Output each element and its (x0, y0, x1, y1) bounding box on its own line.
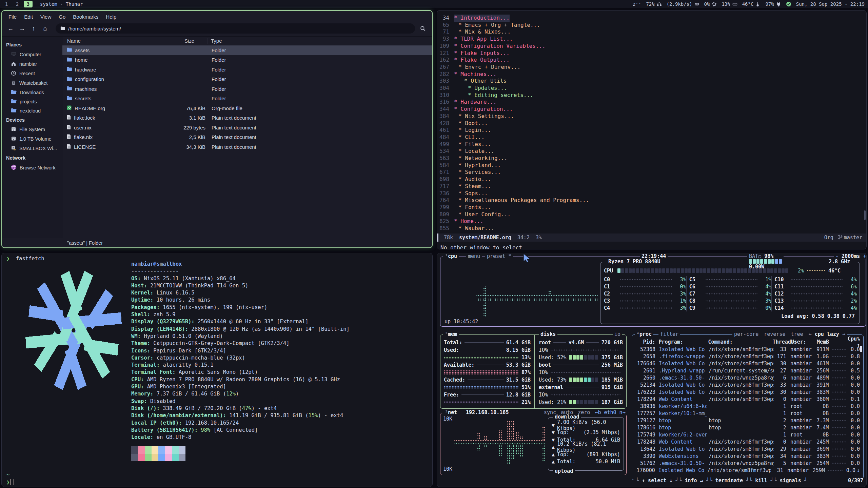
cpu-total-row: CPU2%46°C (604, 267, 856, 274)
shell-prompt-empty[interactable]: ~ ❯ (6, 471, 14, 486)
table-row[interactable]: flake.lock3,1 KiBPlain text document (62, 113, 432, 123)
process-row[interactable]: 178248Web Content/nix/store/sm8fmrf3wps4… (635, 438, 860, 445)
sidebar-item-nambiar[interactable]: nambiar (2, 59, 62, 69)
org-heading-line: 736* Sops... (437, 190, 866, 197)
process-row[interactable]: 2658.firefox-wrappe/nix/store/sm8fmrf3wp… (635, 353, 860, 360)
proc-options[interactable]: per-corereversetree← cpu lazy → (732, 331, 847, 337)
process-row[interactable]: 179127btopbtop2nambiar7.3M0.0 (635, 417, 860, 424)
emacs-scrollbar[interactable] (864, 210, 866, 220)
org-heading-line: 65* Emacs + Org + Tangle... (437, 22, 866, 29)
table-row[interactable]: user.nix229 bytesPlain text document (62, 123, 432, 133)
mem-tab[interactable]: ²mem (443, 331, 459, 337)
org-buffer[interactable]: 34* Introduction...65* Emacs + Org + Tan… (437, 15, 866, 232)
org-heading: * Waubar... (458, 225, 494, 232)
clock[interactable]: Sun, 28 Sep 2025 - 22:19 (796, 1, 865, 7)
sidebar-item-downloads[interactable]: Downloads (2, 88, 62, 97)
table-row[interactable]: assetsFolder (62, 45, 432, 55)
process-row[interactable]: 52134Isolated Web Co/nix/store/sm8fmrf3w… (635, 381, 860, 388)
menu-view[interactable]: View (37, 13, 54, 20)
back-button[interactable]: ← (5, 24, 16, 33)
column-name[interactable]: Name (62, 38, 181, 44)
mem-row: Cached:31.5 GiB (444, 376, 531, 383)
core-row: C23%C74%C124% (604, 290, 857, 297)
process-row[interactable]: 2660.emacs-31.0.50-/nix/store/wnqz5pa8ra… (635, 374, 860, 381)
process-row[interactable]: 51762.emacs-31.0.50-/nix/store/wnqz5pa8r… (635, 460, 860, 467)
status-link-icon (694, 2, 699, 7)
preset-button[interactable]: preset * (485, 253, 513, 259)
sidebar-item-label: SMALLBOX Wi... (19, 146, 57, 151)
home-button[interactable]: ⌂ (40, 24, 50, 33)
menu-go[interactable]: Go (56, 13, 68, 20)
process-row[interactable]: 52368Isolated Web Co/nix/store/sm8fmrf3w… (635, 346, 860, 353)
proc-scrollbar[interactable] (860, 346, 862, 352)
process-row[interactable]: 13642Isolated Web Co/nix/store/sm8fmrf3w… (635, 445, 860, 452)
menu-file[interactable]: File (5, 13, 20, 20)
menu-edit[interactable]: Edit (21, 13, 36, 20)
process-row[interactable]: 38936kworker/u64:6-kc1root0B0.0 (635, 403, 860, 410)
filter-button[interactable]: filter (658, 331, 680, 337)
table-row[interactable]: homeFolder (62, 55, 432, 65)
process-row[interactable]: 176646Isolated Web Co/nix/store/sm8fmrf3… (635, 360, 860, 367)
sidebar-item-wastebasket[interactable]: Wastebasket (2, 78, 62, 88)
process-row[interactable]: 2601.Hyprland-wrapp/run/current-system/s… (635, 367, 860, 374)
core-cell: C31% (604, 297, 686, 304)
fastfetch-label: Disk (/): (131, 405, 160, 411)
process-row[interactable]: 176223Isolated Web Co/nix/store/sm8fmrf3… (635, 388, 860, 395)
process-row[interactable]: 175749kworker/6:2-even1root0B0.0 (635, 431, 860, 438)
mem-disks-divider (534, 335, 535, 408)
net-tab[interactable]: ³net (443, 409, 459, 415)
process-row[interactable]: 176000Isolated Web Co/nix/store/sm8fmrf3… (635, 467, 860, 474)
table-row[interactable]: README.org76,4 KiBOrg-mode file (62, 103, 432, 113)
sidebar-item-computer[interactable]: Computer (2, 49, 62, 59)
process-row[interactable]: 178294Web Content/nix/store/sm8fmrf3wps4… (635, 395, 860, 403)
sidebar-item-nextcloud[interactable]: nextcloud (2, 106, 62, 115)
cpu-tab[interactable]: ¹cpu (443, 253, 459, 259)
core-cell: C10% (604, 283, 686, 290)
sidebar-item-recent[interactable]: Recent (2, 69, 62, 78)
table-row[interactable]: secretsFolder (62, 94, 432, 104)
sidebar-item-smallbox-wi-[interactable]: SMALLBOX Wi... (2, 144, 62, 153)
fastfetch-label: Swap: (131, 398, 147, 404)
org-heading: * Miscellaneous Packages and Programs... (458, 197, 589, 204)
sidebar-item-1-0-tb-volume[interactable]: 1,0 TB Volume (2, 134, 62, 144)
path-bar[interactable]: /home/nambiar/system/ (56, 23, 415, 34)
process-row[interactable]: 178616btopbtop2nambiar7.4M0.0 (635, 424, 860, 431)
column-size[interactable]: Size (181, 38, 208, 44)
disks-tab[interactable]: disks (539, 331, 557, 337)
org-heading-line: 671* Services... (437, 169, 866, 176)
idle-inhibitor[interactable]: zᶻᶻ (633, 1, 641, 7)
column-type[interactable]: Type (208, 38, 432, 44)
menu-button[interactable]: menu (466, 253, 482, 259)
fastfetch-value: 2880x1800 @ 120 Hz (as 1440x900) in 14" … (188, 326, 350, 332)
workspace-3[interactable]: 3 (24, 1, 33, 7)
menu-help[interactable]: Help (103, 13, 119, 20)
table-row[interactable]: hardwareFolder (62, 65, 432, 75)
table-row[interactable]: machinesFolder (62, 84, 432, 94)
up-button[interactable]: ↑ (28, 24, 39, 33)
fastfetch-label: Theme: (131, 340, 150, 346)
sidebar-item-projects[interactable]: projects (2, 97, 62, 106)
menu-bookmarks[interactable]: Bookmarks (70, 13, 101, 20)
org-icon (66, 105, 72, 111)
search-button[interactable] (417, 23, 429, 34)
table-row[interactable]: LICENSE34,3 KiBPlain text document (62, 142, 432, 152)
process-row[interactable]: 177257kworker/10:1-mm_1root0B0.0 (635, 410, 860, 417)
upload-label: upload (553, 468, 575, 474)
table-row[interactable]: flake.nix2,5 KiBPlain text document (62, 133, 432, 142)
workspace-2[interactable]: 2 (13, 1, 22, 7)
workspace-1[interactable]: 1 (2, 1, 11, 7)
table-row[interactable]: configurationFolder (62, 75, 432, 84)
io-toggle[interactable]: io (613, 331, 622, 337)
process-row[interactable]: 3390WebExtensions/nix/store/sm8fmrf3wps4… (635, 452, 860, 460)
fastfetch-value: 338.49 GiB / 720.20 GiB (47%) - ext4 (160, 405, 277, 411)
proc-footer-keys[interactable]: └ ↑ select ↓ ┘└ info ↵ ┘└ terminate ┘└ k… (634, 477, 809, 484)
sidebar-item-browse-network[interactable]: Browse Network (2, 163, 62, 172)
org-heading: * Audio... (458, 176, 491, 183)
sidebar-item-label: Recent (19, 71, 35, 76)
fastfetch-entry: Kernel: Linux 6.16.5 (131, 289, 350, 297)
line-number: 34 (437, 15, 454, 22)
sidebar-item-file-system[interactable]: File System (2, 125, 62, 134)
proc-tab[interactable]: ⁴proc (635, 331, 653, 337)
forward-button[interactable]: → (17, 24, 27, 33)
major-mode[interactable]: Org (824, 235, 833, 241)
